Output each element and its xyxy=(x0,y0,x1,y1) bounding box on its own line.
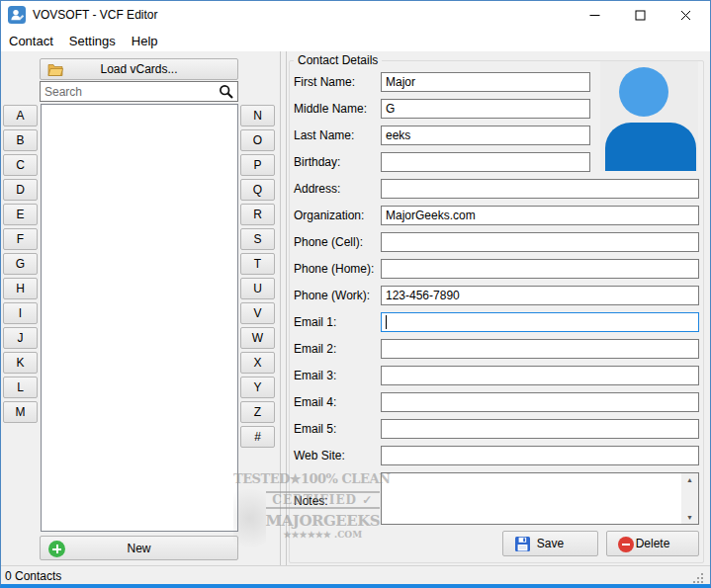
email-1-label: Email 1: xyxy=(294,315,336,329)
new-contact-button[interactable]: New xyxy=(40,536,238,560)
letter-button-e[interactable]: E xyxy=(3,204,38,225)
last-name-input[interactable] xyxy=(381,126,590,145)
letter-button-x[interactable]: X xyxy=(240,352,275,374)
delete-label: Delete xyxy=(636,537,670,550)
letter-button-f[interactable]: F xyxy=(3,228,38,250)
close-icon xyxy=(680,10,691,21)
menu-contact[interactable]: Contact xyxy=(1,31,61,51)
organization-label: Organization: xyxy=(294,209,364,222)
new-label: New xyxy=(127,542,150,555)
phone-home-label: Phone (Home): xyxy=(294,262,374,276)
letter-button-p[interactable]: P xyxy=(240,154,275,176)
close-button[interactable] xyxy=(664,1,708,30)
menu-settings[interactable]: Settings xyxy=(61,31,124,51)
contact-details-title: Contact Details xyxy=(294,53,382,67)
letter-button-r[interactable]: R xyxy=(240,204,275,225)
letter-button-d[interactable]: D xyxy=(3,179,38,201)
letter-button-j[interactable]: J xyxy=(3,327,38,349)
birthday-input[interactable] xyxy=(381,152,590,172)
email-2-label: Email 2: xyxy=(294,342,336,356)
avatar-body-icon xyxy=(605,123,696,171)
phone-cell-label: Phone (Cell): xyxy=(294,235,363,249)
letter-button-v[interactable]: V xyxy=(240,302,275,324)
letter-button-a[interactable]: A xyxy=(3,105,38,126)
letter-button-z[interactable]: Z xyxy=(240,401,275,423)
email-5-input[interactable] xyxy=(381,419,699,439)
web-site-label: Web Site: xyxy=(294,449,345,462)
email-3-input[interactable] xyxy=(381,366,699,385)
menubar: ContactSettingsHelp xyxy=(1,30,710,51)
letter-button-u[interactable]: U xyxy=(240,278,275,299)
folder-icon xyxy=(47,63,63,76)
statusbar-divider xyxy=(0,565,711,566)
delete-button[interactable]: Delete xyxy=(606,531,699,556)
email-3-label: Email 3: xyxy=(294,369,336,382)
save-button[interactable]: Save xyxy=(502,531,598,556)
menu-help[interactable]: Help xyxy=(124,31,166,51)
letter-button-y[interactable]: Y xyxy=(240,377,275,398)
letter-button-h[interactable]: H xyxy=(3,278,38,299)
first-name-label: First Name: xyxy=(294,75,355,89)
save-label: Save xyxy=(537,537,564,550)
contacts-list[interactable] xyxy=(41,104,238,532)
phone-work-label: Phone (Work): xyxy=(294,289,370,302)
address-input[interactable] xyxy=(381,179,699,199)
letter-button-hash[interactable]: # xyxy=(240,426,275,448)
maximize-icon xyxy=(635,10,646,21)
phone-work-input[interactable] xyxy=(381,286,699,305)
phone-cell-input[interactable] xyxy=(381,232,699,252)
avatar-head-icon xyxy=(619,67,668,117)
letter-button-i[interactable]: I xyxy=(3,302,38,324)
letter-button-l[interactable]: L xyxy=(3,377,38,398)
letter-button-k[interactable]: K xyxy=(3,352,38,374)
email-1-input[interactable] xyxy=(381,312,699,332)
minimize-button[interactable] xyxy=(573,1,617,30)
panel-splitter[interactable] xyxy=(280,51,287,565)
app-icon xyxy=(8,6,26,24)
search-input[interactable] xyxy=(40,81,238,102)
organization-input[interactable] xyxy=(381,206,699,225)
letter-button-c[interactable]: C xyxy=(3,154,38,176)
resize-grip[interactable] xyxy=(691,571,704,584)
maximize-button[interactable] xyxy=(618,1,663,30)
search-icon[interactable] xyxy=(219,84,234,100)
letter-button-n[interactable]: N xyxy=(240,105,275,126)
notes-label: Notes: xyxy=(294,494,328,508)
letter-button-w[interactable]: W xyxy=(240,327,275,349)
birthday-label: Birthday: xyxy=(294,155,340,169)
phone-home-input[interactable] xyxy=(381,259,699,279)
scroll-up-icon[interactable]: ▲ xyxy=(686,473,693,486)
letter-button-t[interactable]: T xyxy=(240,253,275,275)
middle-name-label: Middle Name: xyxy=(294,102,367,116)
load-vcards-button[interactable]: Load vCards... xyxy=(40,58,238,80)
email-4-label: Email 4: xyxy=(294,395,336,409)
notes-scrollbar[interactable]: ▲ ▼ xyxy=(681,473,698,524)
first-name-input[interactable] xyxy=(381,72,590,92)
letter-button-s[interactable]: S xyxy=(240,228,275,250)
email-5-label: Email 5: xyxy=(294,422,336,436)
letter-button-m[interactable]: M xyxy=(3,401,38,423)
app-window: VOVSOFT - VCF Editor ContactSettingsHelp… xyxy=(0,0,711,588)
titlebar: VOVSOFT - VCF Editor xyxy=(0,0,711,30)
middle-name-input[interactable] xyxy=(381,99,590,119)
contact-photo[interactable] xyxy=(600,61,698,171)
letter-button-g[interactable]: G xyxy=(3,253,38,275)
last-name-label: Last Name: xyxy=(294,128,354,142)
scroll-down-icon[interactable]: ▼ xyxy=(686,511,693,524)
status-contact-count: 0 Contacts xyxy=(5,569,61,583)
email-4-input[interactable] xyxy=(381,392,699,412)
letter-button-b[interactable]: B xyxy=(3,129,38,151)
letter-button-q[interactable]: Q xyxy=(240,179,275,201)
notes-input[interactable] xyxy=(382,473,681,524)
notes-box: ▲ ▼ xyxy=(381,472,699,525)
minimize-icon xyxy=(589,10,600,21)
letter-button-o[interactable]: O xyxy=(240,129,275,151)
delete-minus-icon xyxy=(618,537,634,552)
email-2-input[interactable] xyxy=(381,339,699,359)
address-label: Address: xyxy=(294,182,340,196)
plus-icon xyxy=(48,541,65,557)
web-site-input[interactable] xyxy=(381,446,699,465)
text-caret xyxy=(386,315,387,329)
window-title: VOVSOFT - VCF Editor xyxy=(33,8,157,22)
save-floppy-icon xyxy=(514,536,531,552)
